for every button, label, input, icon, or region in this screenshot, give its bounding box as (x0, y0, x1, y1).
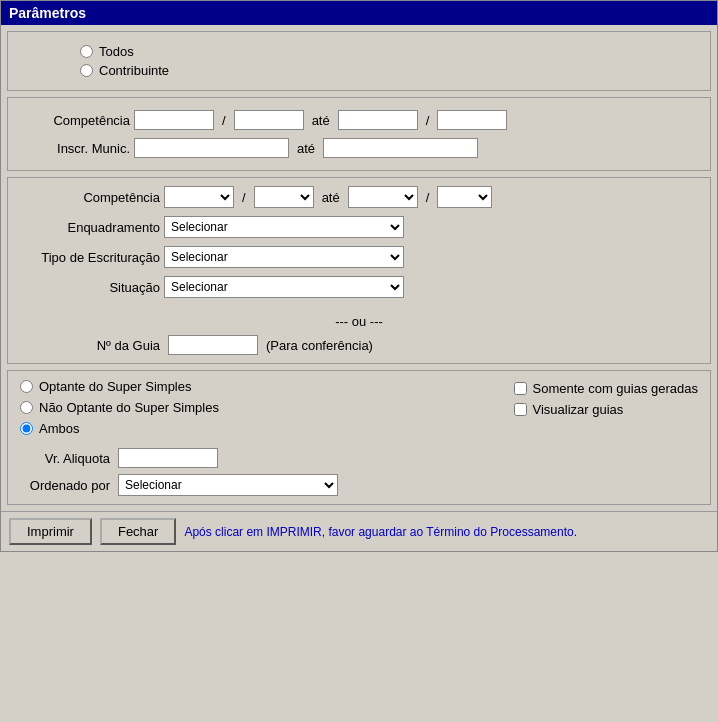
radio-group-main: Todos Contribuinte (20, 40, 698, 82)
competencia-dd-to1[interactable] (348, 186, 418, 208)
radio-todos[interactable] (80, 45, 93, 58)
checkbox-visualizar-guias-label: Visualizar guias (533, 402, 624, 417)
situacao-select[interactable]: Selecionar (164, 276, 404, 298)
inscr-label: Inscr. Munic. (20, 141, 130, 156)
competencia-dd-from2[interactable] (254, 186, 314, 208)
section-optante: Optante do Super Simples Não Optante do … (7, 370, 711, 505)
radio-todos-label: Todos (99, 44, 134, 59)
competencia-label: Competência (20, 113, 130, 128)
ambos-radio-row: Ambos (20, 421, 484, 436)
competencia-row: Competência / até / (20, 110, 698, 130)
radio-optante[interactable] (20, 380, 33, 393)
radio-ambos-label: Ambos (39, 421, 79, 436)
competencia-dropdown-row: Competência / até / (20, 186, 698, 208)
fechar-button[interactable]: Fechar (100, 518, 176, 545)
competencia-dd-from1[interactable] (164, 186, 234, 208)
enquadramento-select[interactable]: Selecionar (164, 216, 404, 238)
window-title: Parâmetros (9, 5, 86, 21)
competencia-from-input[interactable] (134, 110, 214, 130)
enquadramento-row: Enquadramento Selecionar (20, 216, 698, 238)
tipo-escrituracao-row: Tipo de Escrituração Selecionar (20, 246, 698, 268)
tipo-escrituracao-select[interactable]: Selecionar (164, 246, 404, 268)
footer-info-text: Após clicar em IMPRIMIR, favor aguardar … (184, 525, 709, 539)
section-competencia-inscr: Competência / até / Inscr. Munic. até (7, 97, 711, 171)
imprimir-button[interactable]: Imprimir (9, 518, 92, 545)
radio-ambos[interactable] (20, 422, 33, 435)
main-window: Parâmetros Todos Contribuinte Competênci… (0, 0, 718, 552)
no-guia-input[interactable] (168, 335, 258, 355)
section-radio: Todos Contribuinte (7, 31, 711, 91)
radio-nao-optante[interactable] (20, 401, 33, 414)
section-dropdowns: Competência / até / Enquadramento Seleci… (7, 177, 711, 364)
ordenado-label: Ordenado por (20, 478, 110, 493)
radio-contribuinte-label: Contribuinte (99, 63, 169, 78)
vr-aliquota-input[interactable] (118, 448, 218, 468)
radio-optante-label: Optante do Super Simples (39, 379, 191, 394)
competencia-to2-input[interactable] (437, 110, 507, 130)
checkbox-visualizar-guias[interactable] (514, 403, 527, 416)
ou-separator: --- ou --- (20, 304, 698, 335)
para-conferencia-label: (Para conferência) (266, 338, 373, 353)
inscr-from-input[interactable] (134, 138, 289, 158)
competencia-dd-label: Competência (20, 190, 160, 205)
slash2: / (422, 113, 434, 128)
radio-todos-row: Todos (80, 44, 638, 59)
competencia-from2-input[interactable] (234, 110, 304, 130)
situacao-row: Situação Selecionar (20, 276, 698, 298)
competencia-dd-to2[interactable] (437, 186, 492, 208)
radio-contribuinte-row: Contribuinte (80, 63, 638, 78)
section4-content: Optante do Super Simples Não Optante do … (20, 379, 698, 496)
section4-right: Somente com guias geradas Visualizar gui… (484, 379, 698, 496)
ate-dd-label: até (318, 190, 344, 205)
slash4: / (422, 190, 434, 205)
ate2-label: até (293, 141, 319, 156)
optante-radio-row: Optante do Super Simples (20, 379, 484, 394)
slash3: / (238, 190, 250, 205)
nao-optante-radio-row: Não Optante do Super Simples (20, 400, 484, 415)
visualizar-guias-row: Visualizar guias (514, 402, 698, 417)
ou-text: --- ou --- (335, 314, 383, 329)
inscr-row: Inscr. Munic. até (20, 138, 698, 158)
footer: Imprimir Fechar Após clicar em IMPRIMIR,… (1, 511, 717, 551)
ate-label: até (308, 113, 334, 128)
inscr-to-input[interactable] (323, 138, 478, 158)
no-guia-label: Nº da Guia (80, 338, 160, 353)
slash1: / (218, 113, 230, 128)
checkbox-somente-guias-label: Somente com guias geradas (533, 381, 698, 396)
no-guia-row: Nº da Guia (Para conferência) (20, 335, 698, 355)
radio-nao-optante-label: Não Optante do Super Simples (39, 400, 219, 415)
competencia-to-input[interactable] (338, 110, 418, 130)
ordenado-row: Ordenado por Selecionar (20, 474, 484, 496)
field-grid: Competência / até / Inscr. Munic. até (20, 106, 698, 162)
vr-row: Vr. Aliquota (20, 448, 484, 468)
ordenado-select[interactable]: Selecionar (118, 474, 338, 496)
tipo-escrituracao-label: Tipo de Escrituração (20, 250, 160, 265)
vr-label: Vr. Aliquota (20, 451, 110, 466)
somente-guias-row: Somente com guias geradas (514, 381, 698, 396)
radio-contribuinte[interactable] (80, 64, 93, 77)
title-bar: Parâmetros (1, 1, 717, 25)
section4-left: Optante do Super Simples Não Optante do … (20, 379, 484, 496)
checkbox-somente-guias[interactable] (514, 382, 527, 395)
situacao-label: Situação (20, 280, 160, 295)
enquadramento-label: Enquadramento (20, 220, 160, 235)
